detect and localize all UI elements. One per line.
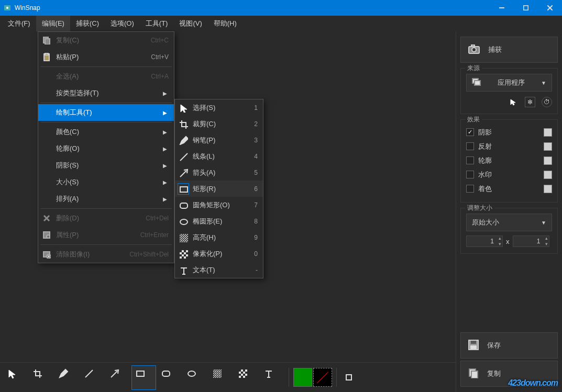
source-title: 来源 [465,64,482,73]
effect-水印[interactable]: 水印 [466,167,552,182]
menu-item[interactable]: 轮廓(O) ▶ [38,140,174,157]
blank-icon [41,194,52,204]
menu-item[interactable]: 绘制工具(T) ▶ [38,104,174,121]
effect-settings-icon[interactable] [544,156,552,165]
pixelate-icon [178,249,189,259]
menu-6[interactable]: 帮助(H) [208,16,243,31]
copy-label: 复制 [487,369,501,378]
stroke-style-swatch[interactable] [313,368,332,387]
menu-shortcut: Ctrl+Del [146,215,169,222]
menu-5[interactable]: 视图(V) [173,16,207,31]
checkbox[interactable] [466,171,474,178]
save-button[interactable]: 保存 [460,332,558,359]
tool-cursor-icon[interactable]: 选择(S) 1 [175,99,263,116]
effect-label: 反射 [478,142,539,151]
tool-pen-icon[interactable]: 钢笔(P) 3 [175,132,263,148]
menu-2[interactable]: 捕获(C) [70,16,105,31]
tool-label: 线条(L) [193,152,254,161]
effect-settings-icon[interactable] [544,171,552,179]
blank-icon [41,160,52,171]
toolbar-pixelate-icon[interactable] [234,365,259,390]
submenu-arrow-icon: ▶ [161,163,169,169]
menu-4[interactable]: 工具(T) [140,16,174,31]
maximize-button[interactable] [514,0,538,16]
tool-label: 裁剪(C) [193,119,254,129]
effect-轮廓[interactable]: 轮廓 [466,153,552,167]
tool-label: 矩形(R) [193,184,254,194]
svg-rect-40 [239,372,241,374]
menu-item[interactable]: 按类型选择(T) ▶ [38,85,174,102]
tool-crop-icon[interactable]: 裁剪(C) 2 [175,116,263,132]
svg-rect-54 [471,341,476,344]
effect-settings-icon[interactable] [544,142,552,151]
menu-item[interactable]: 阴影(S) ▶ [38,157,174,174]
menu-item[interactable]: 颜色(C) ▶ [38,124,174,140]
effect-settings-icon[interactable] [544,185,552,193]
tool-ellipse-icon[interactable]: 椭圆形(E) 8 [175,213,263,229]
menu-item-label: 复制(C) [56,36,151,45]
tool-text-icon[interactable]: 文本(T) - [175,262,263,278]
tool-line-icon[interactable]: 线条(L) 4 [175,148,263,164]
tool-roundrect-icon[interactable]: 圆角矩形(O) 7 [175,197,263,213]
tool-highlight-icon[interactable]: 高亮(H) 9 [175,229,263,245]
effect-settings-icon[interactable] [544,128,552,137]
menu-item-label: 排列(A) [56,194,161,204]
tool-label: 圆角矩形(O) [193,200,254,210]
svg-rect-35 [162,371,170,376]
menu-3[interactable]: 选项(O) [105,16,140,31]
effect-反射[interactable]: 反射 [466,139,552,153]
toolbar-roundrect-icon[interactable] [157,365,182,390]
fill-color-swatch[interactable] [293,368,312,387]
effect-着色[interactable]: 着色 [466,182,552,196]
menu-0[interactable]: 文件(F) [2,16,36,31]
menu-1[interactable]: 编辑(E) [36,16,70,31]
checkbox[interactable] [466,128,474,136]
tool-key: - [256,266,258,274]
toolbar-line-icon[interactable] [80,365,105,390]
width-spinner[interactable]: 1 [466,236,503,247]
height-spinner[interactable]: 1 [513,236,549,247]
roundrect-icon [178,200,189,210]
effect-阴影[interactable]: 阴影 [466,125,552,139]
toolbar-crop-icon[interactable] [29,365,53,390]
svg-point-13 [47,235,50,238]
toolbar-rect-icon[interactable] [131,365,156,390]
svg-rect-44 [239,376,241,378]
menu-item[interactable]: 粘贴(P) Ctrl+V [38,49,174,65]
flash-option-icon[interactable]: ✻ [525,97,535,107]
svg-rect-46 [346,375,351,380]
toolbar-ellipse-icon[interactable] [183,365,207,390]
timer-option-icon[interactable]: ⏱ [542,97,552,107]
svg-rect-53 [470,345,477,349]
rect-icon [178,184,189,194]
menu-item[interactable]: 大小(S) ▶ [38,174,174,191]
tool-rect-icon[interactable]: 矩形(R) 6 [175,181,263,197]
toolbar-cursor-icon[interactable] [3,365,28,390]
cursor-option-icon[interactable] [508,97,519,107]
tool-key: 0 [254,250,258,257]
svg-line-32 [85,370,93,377]
tool-pixelate-icon[interactable]: 像素化(P) 0 [175,245,263,262]
resize-select[interactable]: 原始大小 ▼ [466,214,552,231]
svg-rect-51 [475,81,480,85]
menu-item-label: 大小(S) [56,177,161,187]
toolbar-arrow-icon[interactable] [106,365,130,390]
crop-icon [178,119,189,129]
arrow-icon [178,167,189,178]
svg-rect-23 [180,234,188,242]
checkbox[interactable] [466,156,474,164]
toolbar-pen-icon[interactable] [54,365,79,390]
svg-rect-38 [241,369,243,372]
toolbar-highlight-icon[interactable] [208,365,233,390]
capture-button[interactable]: 捕获 [460,37,558,63]
checkbox[interactable] [466,142,474,150]
source-select[interactable]: 应用程序 ▼ [466,74,552,92]
draw-tools-submenu: 选择(S) 1 裁剪(C) 2 钢笔(P) 3 线条(L) 4 箭头(A) 5 … [174,99,263,278]
toolbar-text-icon[interactable] [260,365,284,390]
more-options-icon[interactable] [341,369,357,385]
tool-arrow-icon[interactable]: 箭头(A) 5 [175,164,263,181]
checkbox[interactable] [466,185,474,193]
minimize-button[interactable] [490,0,514,16]
close-button[interactable] [538,0,562,16]
menu-item[interactable]: 排列(A) ▶ [38,191,174,207]
